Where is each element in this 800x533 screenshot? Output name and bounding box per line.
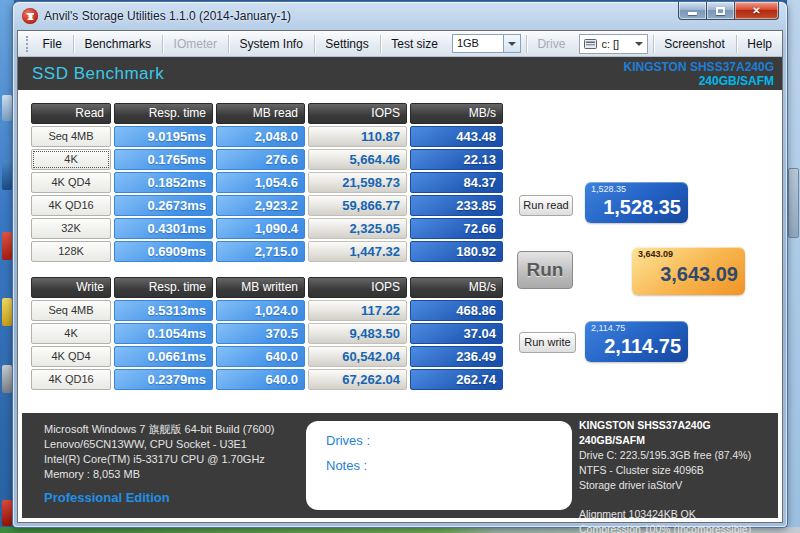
read-score-box: 1,528.35 1,528.35	[585, 182, 688, 223]
write-mb-cell: 640.0	[216, 346, 305, 367]
read-score-small: 1,528.35	[591, 184, 681, 195]
read-col-header: Read	[31, 103, 111, 124]
write-row-label[interactable]: 4K	[31, 323, 111, 344]
read-mbs-cell: 443.48	[410, 126, 503, 147]
read-row-label[interactable]: Seq 4MB	[31, 126, 111, 147]
write-mbs-cell: 468.86	[410, 300, 503, 321]
app-icon	[22, 8, 38, 24]
menu-benchmarks[interactable]: Benchmarks	[74, 32, 161, 56]
close-button[interactable]: ✕	[734, 2, 779, 20]
drives-notes-box[interactable]: Drives : Notes :	[306, 421, 572, 510]
test-size-combo[interactable]: 1GB	[452, 34, 521, 53]
test-size-value[interactable]: 1GB	[452, 34, 504, 53]
desktop-icon	[2, 232, 12, 260]
test-size-label: Test size	[381, 32, 448, 56]
menu-screenshot[interactable]: Screenshot	[654, 32, 735, 56]
run-button[interactable]: Run	[517, 251, 573, 289]
minimize-button[interactable]	[678, 2, 707, 20]
read-table: Read Resp. time MB read IOPS MB/s Seq 4M…	[31, 103, 503, 262]
read-row-label[interactable]: 4K	[31, 149, 111, 170]
write-row-label[interactable]: 4K QD16	[31, 369, 111, 390]
read-resp-cell: 0.1765ms	[114, 149, 213, 170]
read-resp-cell: 0.4301ms	[114, 218, 213, 239]
read-row-label[interactable]: 32K	[31, 218, 111, 239]
read-mbs-cell: 72.66	[410, 218, 503, 239]
menu-iometer: IOmeter	[164, 32, 227, 56]
edition-label: Professional Edition	[44, 490, 170, 505]
background-window-fragment	[788, 168, 799, 238]
write-col-header: Write	[31, 277, 111, 298]
run-write-button[interactable]: Run write	[519, 332, 576, 353]
read-row-label[interactable]: 128K	[31, 241, 111, 262]
menu-separator	[736, 35, 737, 53]
write-iops-cell: 117.22	[308, 300, 407, 321]
toolbar-grip[interactable]	[26, 36, 29, 52]
iops-col-header: IOPS	[308, 277, 407, 298]
desktop-icon	[2, 365, 12, 393]
notes-label: Notes :	[326, 453, 572, 478]
drive-info-block: KINGSTON SHSS37A240G 240GB/SAFM Drive C:…	[579, 418, 779, 533]
write-iops-cell: 67,262.04	[308, 369, 407, 390]
write-score-small: 2,114.75	[591, 323, 681, 334]
compression-line: Compression 100% (Incompressible)	[579, 522, 779, 533]
alignment-line: Alignment 103424KB OK	[579, 507, 779, 522]
benchmark-main: Read Resp. time MB read IOPS MB/s Seq 4M…	[18, 90, 782, 410]
benchmark-header: SSD Benchmark KINGSTON SHSS37A240G 240GB…	[18, 57, 782, 90]
read-mbs-cell: 233.85	[410, 195, 503, 216]
write-row-label[interactable]: Seq 4MB	[31, 300, 111, 321]
read-mbs-cell: 180.92	[410, 241, 503, 262]
drive-info-line: Storage driver iaStorV	[579, 478, 779, 493]
write-iops-cell: 9,483.50	[308, 323, 407, 344]
system-info-line: Microsoft Windows 7 旗舰版 64-bit Build (76…	[44, 422, 274, 437]
total-score-large: 3,643.09	[638, 260, 738, 288]
status-panel: Microsoft Windows 7 旗舰版 64-bit Build (76…	[22, 413, 778, 518]
maximize-button[interactable]	[707, 2, 734, 20]
device-name: KINGSTON SHSS37A240G 240GB/SAFM	[624, 60, 775, 88]
read-mbs-cell: 84.37	[410, 172, 503, 193]
read-mb-cell: 276.6	[216, 149, 305, 170]
titlebar[interactable]: Anvil's Storage Utilities 1.1.0 (2014-Ja…	[13, 2, 787, 30]
read-score-large: 1,528.35	[591, 195, 681, 219]
resp-time-col-header: Resp. time	[114, 103, 213, 124]
test-size-dropdown-button[interactable]	[504, 34, 521, 53]
maximize-icon	[716, 7, 725, 15]
read-iops-cell: 110.87	[308, 126, 407, 147]
menu-separator	[380, 35, 381, 53]
read-iops-cell: 21,598.73	[308, 172, 407, 193]
write-mbs-cell: 37.04	[410, 323, 503, 344]
drive-icon	[584, 39, 597, 49]
desktop-edge-right	[787, 0, 800, 527]
menu-system-info[interactable]: System Info	[229, 32, 312, 56]
desktop-icon	[2, 298, 12, 326]
write-resp-cell: 8.5313ms	[114, 300, 213, 321]
drive-select[interactable]: c: []	[579, 34, 647, 54]
read-resp-cell: 0.1852ms	[114, 172, 213, 193]
write-resp-cell: 0.1054ms	[114, 323, 213, 344]
minimize-icon	[688, 12, 697, 15]
device-model: KINGSTON SHSS37A240G	[624, 60, 775, 74]
read-row-label[interactable]: 4K QD4	[31, 172, 111, 193]
device-capacity: 240GB/SAFM	[624, 74, 775, 88]
write-resp-cell: 0.2379ms	[114, 369, 213, 390]
read-row-label[interactable]: 4K QD16	[31, 195, 111, 216]
mb-written-col-header: MB written	[216, 277, 305, 298]
drive-info-title: KINGSTON SHSS37A240G 240GB/SAFM	[579, 418, 779, 448]
drive-info-line: Drive C: 223.5/195.3GB free (87.4%)	[579, 448, 779, 463]
system-info-line: Memory : 8,053 MB	[44, 467, 274, 482]
menu-settings[interactable]: Settings	[315, 32, 378, 56]
write-row-label[interactable]: 4K QD4	[31, 346, 111, 367]
system-info-block: Microsoft Windows 7 旗舰版 64-bit Build (76…	[44, 422, 274, 482]
menu-file[interactable]: File	[33, 32, 72, 56]
chevron-down-icon	[635, 42, 643, 46]
write-mb-cell: 370.5	[216, 323, 305, 344]
write-mb-cell: 1,024.0	[216, 300, 305, 321]
drive-label: Drive	[527, 32, 575, 56]
run-read-button[interactable]: Run read	[519, 195, 573, 216]
menu-help[interactable]: Help	[737, 32, 782, 56]
menu-separator	[314, 35, 315, 53]
system-info-line: Intel(R) Core(TM) i5-3317U CPU @ 1.70GHz	[44, 452, 274, 467]
read-iops-cell: 5,664.46	[308, 149, 407, 170]
write-score-box: 2,114.75 2,114.75	[585, 321, 688, 362]
write-mbs-cell: 236.49	[410, 346, 503, 367]
write-score-large: 2,114.75	[591, 334, 681, 358]
